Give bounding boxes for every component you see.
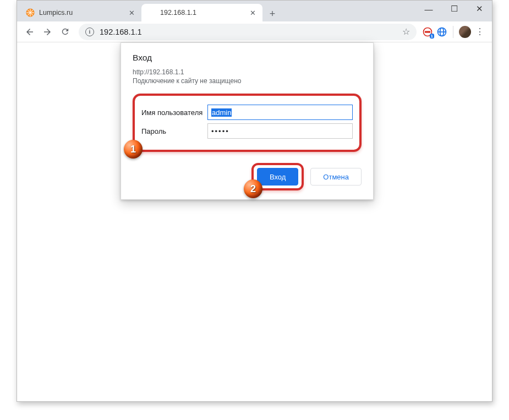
new-tab-button[interactable]: + — [265, 6, 280, 21]
annotation-badge-2: 2 — [244, 179, 262, 198]
reload-button[interactable] — [57, 24, 73, 40]
username-label: Имя пользователя — [141, 108, 207, 117]
separator — [453, 26, 453, 38]
tab-title: Lumpics.ru — [39, 9, 123, 17]
password-value: ••••• — [211, 127, 229, 135]
login-button[interactable]: Вход — [257, 168, 298, 186]
username-value: admin — [211, 108, 232, 117]
browser-window: — ☐ ✕ Lumpics.ru ✕ 192.168.1.1 ✕ + i — [17, 0, 492, 402]
extension-badge-count: 1 — [430, 34, 434, 39]
window-close-button[interactable]: ✕ — [467, 1, 492, 17]
page-viewport: Вход http://192.168.1.1 Подключение к са… — [17, 42, 492, 401]
close-icon[interactable]: ✕ — [248, 9, 257, 17]
profile-avatar[interactable] — [459, 26, 471, 38]
forward-button[interactable] — [39, 24, 56, 40]
site-info-icon[interactable]: i — [85, 28, 94, 36]
back-button[interactable] — [21, 24, 38, 40]
credentials-highlight: Имя пользователя admin Пароль ••••• 1 — [133, 94, 362, 152]
dialog-buttons: Вход 2 Отмена — [133, 163, 362, 190]
login-highlight: Вход 2 — [251, 163, 304, 190]
password-input[interactable]: ••••• — [207, 123, 353, 139]
blank-favicon-icon — [147, 8, 156, 17]
tab-lumpics[interactable]: Lumpics.ru ✕ — [20, 4, 141, 21]
password-label: Пароль — [141, 127, 207, 135]
password-row: Пароль ••••• — [141, 123, 353, 139]
toolbar: i 192.168.1.1 ☆ 1 ⋮ — [17, 21, 492, 42]
maximize-button[interactable]: ☐ — [441, 1, 467, 17]
dialog-url: http://192.168.1.1 — [133, 68, 362, 76]
extension-icon[interactable]: 1 — [422, 26, 433, 37]
username-row: Имя пользователя admin — [141, 105, 353, 120]
tab-title: 192.168.1.1 — [160, 9, 244, 17]
minimize-button[interactable]: — — [416, 1, 441, 17]
address-bar[interactable]: i 192.168.1.1 ☆ — [79, 24, 417, 40]
username-input[interactable]: admin — [207, 105, 353, 120]
cancel-button[interactable]: Отмена — [310, 168, 362, 186]
dialog-warning: Подключение к сайту не защищено — [133, 77, 362, 85]
annotation-badge-1: 1 — [124, 140, 143, 159]
svg-rect-2 — [425, 31, 430, 32]
close-icon[interactable]: ✕ — [127, 9, 136, 17]
window-controls: — ☐ ✕ — [416, 1, 492, 20]
globe-icon[interactable] — [436, 26, 447, 37]
auth-dialog: Вход http://192.168.1.1 Подключение к са… — [121, 42, 374, 200]
tab-router[interactable]: 192.168.1.1 ✕ — [141, 4, 262, 21]
kebab-menu-icon[interactable]: ⋮ — [474, 26, 485, 37]
dialog-title: Вход — [133, 53, 362, 63]
toolbar-right: 1 ⋮ — [422, 26, 488, 38]
address-text: 192.168.1.1 — [100, 28, 397, 36]
orange-slice-icon — [26, 8, 35, 17]
bookmark-star-icon[interactable]: ☆ — [402, 26, 410, 37]
